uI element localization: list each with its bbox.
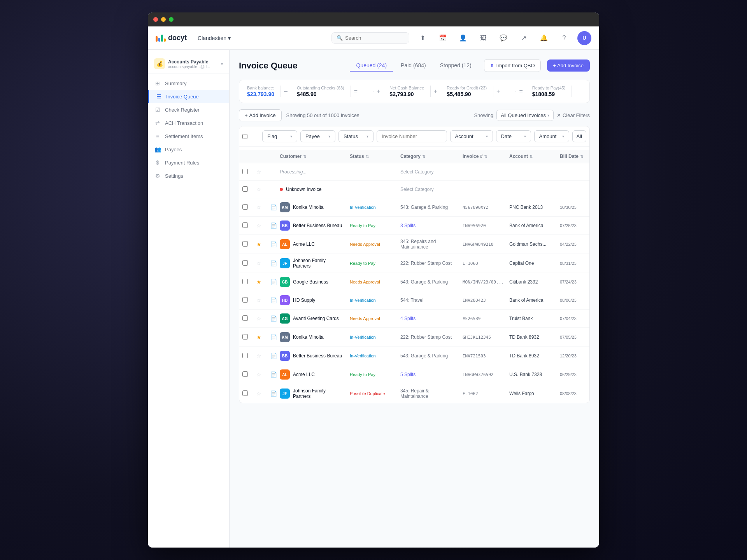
row-checkbox[interactable] xyxy=(242,260,248,266)
chat-icon[interactable]: 💬 xyxy=(496,31,510,45)
close-button[interactable] xyxy=(153,17,158,22)
upload-icon[interactable]: ⬆ xyxy=(416,31,430,45)
star-icon[interactable]: ☆ xyxy=(256,222,261,229)
th-bill-date[interactable]: Bill Date ⇅ xyxy=(557,150,590,163)
row-checkbox[interactable] xyxy=(242,315,248,321)
all-queued-filter[interactable]: All Queued Invoices ▾ xyxy=(496,110,554,121)
select-category[interactable]: Select Category xyxy=(400,169,433,175)
row-checkbox[interactable] xyxy=(242,371,248,377)
document-icon[interactable]: 📄 xyxy=(270,222,277,229)
search-input[interactable] xyxy=(345,35,404,41)
calendar-icon[interactable]: 📅 xyxy=(436,31,450,45)
table-row: ☆📄ALAcme LLCReady to Pay5 SplitsINVGHW37… xyxy=(239,365,589,384)
row-checkbox[interactable] xyxy=(242,390,248,396)
th-invoice-num[interactable]: Invoice # ⇅ xyxy=(459,150,506,163)
payee-filter[interactable]: Payee ▾ xyxy=(300,130,335,142)
add-invoice-button[interactable]: + Add Invoice xyxy=(547,60,590,72)
row-checkbox[interactable] xyxy=(242,186,248,192)
minimize-button[interactable] xyxy=(161,17,166,22)
document-icon[interactable]: 📄 xyxy=(270,334,277,340)
add-invoice-label: + Add Invoice xyxy=(553,63,584,68)
user-avatar[interactable]: U xyxy=(577,31,591,45)
category-splits[interactable]: 3 Splits xyxy=(400,223,416,228)
star-icon[interactable]: ☆ xyxy=(256,371,261,378)
company-selector[interactable]: Clandestien ▾ xyxy=(195,33,234,43)
tab-queued[interactable]: Queued (24) xyxy=(350,60,393,72)
sidebar-item-payment-rules[interactable]: $ Payment Rules xyxy=(148,156,229,169)
sidebar-item-ach-transaction[interactable]: ⇄ ACH Transaction xyxy=(148,116,229,130)
star-icon[interactable]: ★ xyxy=(256,334,261,340)
clear-filters-button[interactable]: ✕ Clear Filters xyxy=(557,112,590,118)
row-checkbox[interactable] xyxy=(242,297,248,303)
star-icon[interactable]: ☆ xyxy=(256,186,261,192)
document-icon[interactable]: 📄 xyxy=(270,315,277,322)
bell-icon[interactable]: 🔔 xyxy=(537,31,551,45)
star-icon[interactable]: ☆ xyxy=(256,260,261,266)
invoice-num-cell: 4567890XYZ xyxy=(459,201,506,214)
document-icon[interactable]: 📄 xyxy=(270,260,277,266)
image-icon[interactable]: 🖼 xyxy=(476,31,490,45)
account-filter[interactable]: Account ▾ xyxy=(450,130,493,142)
category-splits[interactable]: 5 Splits xyxy=(400,372,416,377)
document-icon[interactable]: 📄 xyxy=(270,297,277,303)
star-icon[interactable]: ☆ xyxy=(256,297,261,303)
table-row: ★📄KMKonika MinoltaIn-Verification222: Ru… xyxy=(239,328,589,347)
star-icon[interactable]: ☆ xyxy=(256,353,261,359)
invoice-number-filter[interactable] xyxy=(377,130,447,142)
star-icon[interactable]: ☆ xyxy=(256,315,261,322)
row-checkbox[interactable] xyxy=(242,241,248,247)
sidebar-item-label: Payment Rules xyxy=(165,160,199,166)
maximize-button[interactable] xyxy=(169,17,174,22)
row-checkbox[interactable] xyxy=(242,204,248,210)
document-icon[interactable]: 📄 xyxy=(270,204,277,210)
star-icon[interactable]: ☆ xyxy=(256,390,261,397)
star-icon[interactable]: ☆ xyxy=(256,169,261,175)
sidebar-item-payees[interactable]: 👥 Payees xyxy=(148,143,229,156)
tab-paid[interactable]: Paid (684) xyxy=(395,60,432,72)
flag-filter[interactable]: Flag ▾ xyxy=(262,130,297,142)
search-box[interactable]: 🔍 xyxy=(331,32,409,44)
account-name: TD Bank 8932 xyxy=(509,353,539,359)
invoice-number: INV956920 xyxy=(463,223,486,228)
th-account[interactable]: Account ⇅ xyxy=(506,150,557,163)
star-icon[interactable]: ★ xyxy=(256,241,261,247)
document-icon[interactable]: 📄 xyxy=(270,371,277,378)
document-icon[interactable]: 📄 xyxy=(270,241,277,247)
row-checkbox[interactable] xyxy=(242,334,248,340)
amount-filter[interactable]: Amount ▾ xyxy=(534,130,569,142)
document-icon[interactable]: 📄 xyxy=(270,390,277,397)
star-icon[interactable]: ☆ xyxy=(256,204,261,210)
bill-date-cell: 10/30/23 xyxy=(557,201,590,214)
date-filter[interactable]: Date ▾ xyxy=(496,130,531,142)
add-invoice-toolbar-button[interactable]: + Add Invoice xyxy=(239,109,282,121)
status-badge: In-Verification xyxy=(350,353,376,359)
help-icon[interactable]: ? xyxy=(557,31,571,45)
sidebar-item-summary[interactable]: ⊞ Summary xyxy=(148,77,229,90)
row-checkbox[interactable] xyxy=(242,222,248,228)
row-checkbox[interactable] xyxy=(242,169,248,174)
stat-settlement xyxy=(503,91,516,92)
th-customer[interactable]: Customer ⇅ xyxy=(277,150,347,163)
all-filter[interactable]: All xyxy=(572,130,586,142)
import-from-qbo-button[interactable]: ⬆ Import from QBO xyxy=(484,59,541,72)
sidebar-item-check-register[interactable]: ☑ Check Register xyxy=(148,103,229,116)
sidebar-item-settlement-items[interactable]: ≡ Settlement Items xyxy=(148,130,229,143)
tab-stopped[interactable]: Stopped (12) xyxy=(434,60,478,72)
status-filter[interactable]: Status ▾ xyxy=(338,130,374,142)
sidebar-section-header[interactable]: 💰 Accounts Payable accountspayable-c@d..… xyxy=(148,54,229,74)
select-category[interactable]: Select Category xyxy=(400,187,433,192)
th-category[interactable]: Category ⇅ xyxy=(397,150,459,163)
row-checkbox[interactable] xyxy=(242,279,248,284)
share-icon[interactable]: ↗ xyxy=(517,31,531,45)
sidebar-item-settings[interactable]: ⚙ Settings xyxy=(148,169,229,182)
document-icon[interactable]: 📄 xyxy=(270,279,277,285)
category-splits[interactable]: 4 Splits xyxy=(400,316,416,321)
star-icon[interactable]: ★ xyxy=(256,279,261,285)
row-checkbox[interactable] xyxy=(242,353,248,358)
sidebar-item-invoice-queue[interactable]: ☰ Invoice Queue xyxy=(148,90,229,103)
document-icon[interactable]: 📄 xyxy=(270,353,277,359)
select-all-checkbox[interactable] xyxy=(242,134,247,139)
person-icon[interactable]: 👤 xyxy=(456,31,470,45)
table-row: ☆Unknown InvoiceSelect Category $— ▾ ☐ xyxy=(239,181,589,198)
th-status[interactable]: Status ⇅ xyxy=(347,150,397,163)
